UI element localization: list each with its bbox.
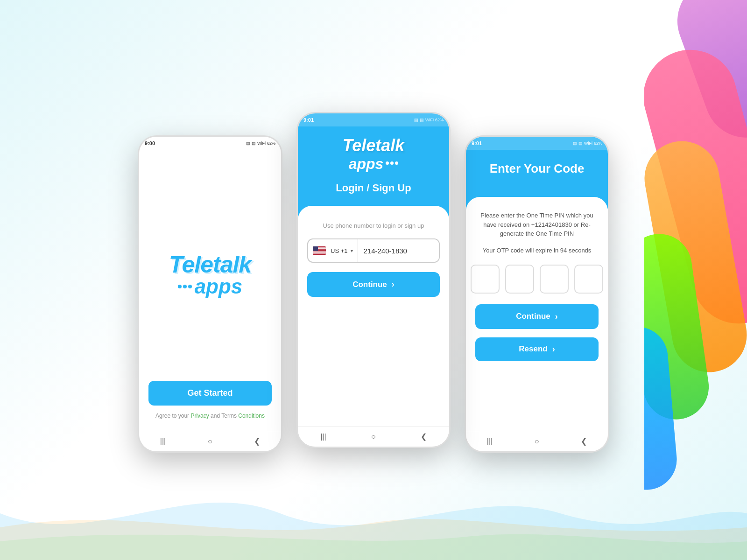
login-body: Use phone number to login or sign up (298, 206, 449, 426)
otp-input-4[interactable] (574, 265, 603, 294)
teletalk-text-2: Teletalk (307, 136, 440, 155)
phones-container: 9:00 ▤ ▤ WiFi 62% Teletalk (0, 0, 747, 560)
status-bar-1: 9:00 ▤ ▤ WiFi 62% (139, 137, 281, 150)
otp-body: Please enter the One Time PIN which you … (466, 197, 608, 431)
country-code: US +1 (331, 247, 348, 254)
bubble-dot-2 (183, 285, 187, 288)
splash-content: Teletalk apps Get Started (139, 150, 281, 431)
splash-bottom: Get Started Agree to your Privacy and Te… (148, 381, 272, 421)
home-nav-icon-2[interactable]: ○ (371, 433, 376, 441)
otp-description: Please enter the One Time PIN which you … (475, 211, 599, 238)
login-content: Teletalk apps Login / Sign Up Use phone … (298, 126, 449, 426)
apps-text-1: apps (195, 276, 243, 297)
status-icons-3: ▤ ▤ WiFi 62% (573, 141, 602, 146)
home-nav-icon-1[interactable]: ○ (208, 437, 212, 446)
nav-bar-3: ||| ○ ❮ (466, 431, 608, 451)
svg-rect-12 (313, 254, 326, 255)
wifi-icon-1: WiFi (257, 141, 266, 146)
status-bar-2: 9:01 ▤ ▤ WiFi 62% (298, 113, 449, 126)
menu-nav-icon-3[interactable]: ||| (487, 437, 493, 446)
status-bar-3: 9:01 ▤ ▤ WiFi 62% (466, 137, 608, 150)
bubble-dot-1 (178, 285, 182, 288)
signal-icon-1: ▤ ▤ (246, 141, 256, 146)
login-dot-2 (390, 161, 394, 165)
status-icons-2: ▤ ▤ WiFi 62% (414, 118, 444, 122)
battery-icon-3: 62% (594, 141, 602, 146)
login-header: Teletalk apps Login / Sign Up (298, 126, 449, 217)
menu-nav-icon-1[interactable]: ||| (160, 437, 166, 446)
phone-number-input[interactable] (358, 239, 440, 262)
resend-arrow-icon: › (552, 344, 555, 354)
back-nav-icon-3[interactable]: ❮ (581, 437, 587, 446)
home-nav-icon-3[interactable]: ○ (535, 437, 539, 446)
continue-button-1[interactable]: Continue › (307, 272, 440, 297)
country-selector[interactable]: US +1 ▾ (308, 239, 358, 262)
get-started-button[interactable]: Get Started (148, 381, 272, 406)
signal-icon-2: ▤ ▤ (414, 118, 424, 122)
phone-hint: Use phone number to login or sign up (307, 222, 440, 229)
apps-row-2: apps (307, 155, 440, 173)
menu-nav-icon-2[interactable]: ||| (320, 433, 326, 441)
teletalk-text-1: Teletalk (169, 252, 251, 278)
wifi-icon-2: WiFi (425, 118, 434, 122)
status-time-2: 9:01 (303, 117, 314, 123)
login-dot-3 (395, 161, 398, 165)
svg-rect-8 (313, 252, 326, 252)
apps-dots-2 (386, 161, 398, 167)
back-nav-icon-2[interactable]: ❮ (421, 432, 427, 441)
otp-input-3[interactable] (540, 265, 569, 294)
otp-input-2[interactable] (505, 265, 534, 294)
otp-inputs (475, 265, 599, 294)
splash-screen: Teletalk apps Get Started (139, 150, 281, 431)
splash-logo: Teletalk apps (169, 168, 251, 381)
bubble-dot-3 (188, 285, 192, 288)
svg-rect-13 (313, 246, 318, 251)
status-icons-1: ▤ ▤ WiFi 62% (246, 141, 275, 146)
wifi-icon-3: WiFi (584, 141, 592, 146)
svg-rect-10 (313, 253, 326, 253)
status-time-1: 9:00 (145, 140, 155, 146)
privacy-link[interactable]: Privacy (190, 413, 209, 419)
us-flag-icon (313, 246, 326, 255)
otp-timer: Your OTP code will expire in 94 seconds (475, 247, 599, 254)
bubble-icon-1 (178, 285, 192, 288)
resend-button[interactable]: Resend › (475, 337, 599, 361)
conditions-link[interactable]: Conditions (238, 413, 265, 419)
continue-arrow-icon-2: › (555, 312, 558, 322)
signal-icon-3: ▤ ▤ (573, 141, 583, 146)
continue-arrow-icon-1: › (392, 280, 395, 289)
terms-prefix: Agree to your (155, 413, 189, 419)
continue-button-2[interactable]: Continue › (475, 304, 599, 329)
otp-content: Enter Your Code Please enter the One Tim… (466, 150, 608, 431)
battery-icon-1: 62% (267, 141, 275, 146)
nav-bar-2: ||| ○ ❮ (298, 426, 449, 447)
battery-icon-2: 62% (435, 118, 444, 122)
login-signup-title: Login / Sign Up (307, 182, 440, 194)
apps-text-2: apps (349, 155, 384, 173)
teletalk-logo: Teletalk apps (169, 253, 251, 297)
continue-label-2: Continue (516, 312, 550, 321)
apps-row-1: apps (169, 276, 251, 297)
phone-splash: 9:00 ▤ ▤ WiFi 62% Teletalk (138, 135, 282, 453)
otp-input-1[interactable] (471, 265, 500, 294)
nav-bar-1: ||| ○ ❮ (139, 431, 281, 451)
phone-login: 9:01 ▤ ▤ WiFi 62% Teletalk apps (296, 112, 451, 448)
phone-input-row[interactable]: US +1 ▾ (307, 238, 440, 263)
phone-otp: 9:01 ▤ ▤ WiFi 62% Enter Your Code Please… (465, 135, 609, 453)
continue-label-1: Continue (352, 280, 387, 289)
terms-middle: and Terms (211, 413, 237, 419)
terms-text: Agree to your Privacy and Terms Conditio… (148, 413, 272, 419)
resend-label: Resend (519, 344, 547, 354)
svg-rect-7 (313, 251, 326, 252)
status-time-3: 9:01 (472, 140, 482, 146)
svg-rect-11 (313, 253, 326, 254)
login-dot-1 (386, 161, 389, 165)
back-nav-icon-1[interactable]: ❮ (254, 437, 260, 446)
otp-header-title: Enter Your Code (475, 161, 599, 176)
svg-rect-9 (313, 252, 326, 252)
dropdown-arrow-icon: ▾ (351, 248, 353, 253)
